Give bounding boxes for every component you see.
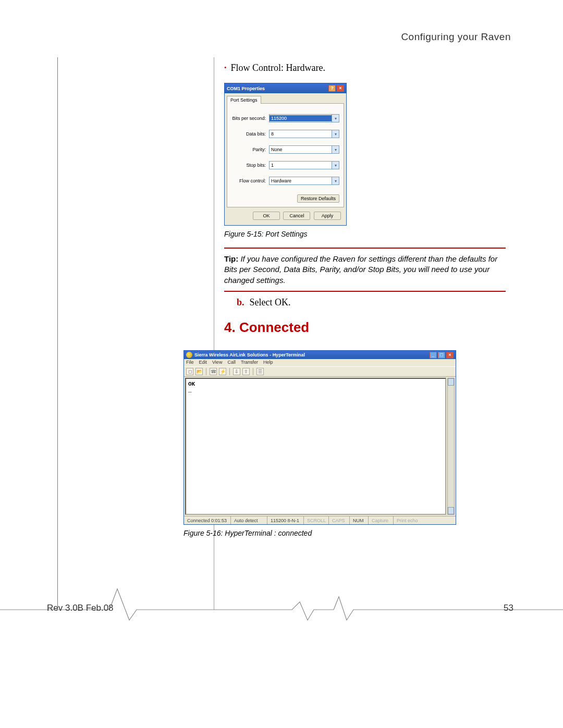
chevron-down-icon: ▾: [332, 162, 339, 169]
toolbar-separator: [253, 368, 253, 375]
stop-bits-label: Stop bits:: [231, 163, 269, 168]
apply-button[interactable]: Apply: [314, 212, 341, 220]
toolbar-separator: [206, 368, 206, 375]
status-scroll: SCROLL: [304, 516, 329, 524]
minimize-button[interactable]: _: [430, 352, 437, 359]
menu-call[interactable]: Call: [227, 360, 236, 366]
bullet-text: Flow Control: Hardware.: [231, 63, 325, 73]
step-text: Select OK.: [250, 297, 291, 307]
menu-file[interactable]: File: [186, 360, 194, 366]
section-4-heading: 4. Connected: [224, 319, 506, 336]
restore-defaults-button[interactable]: Restore Defaults: [297, 194, 339, 203]
scroll-down-icon[interactable]: [448, 507, 454, 514]
footer-revision: Rev 3.0B Feb.08: [47, 603, 114, 613]
status-print-echo: Print echo: [394, 516, 456, 524]
menu-view[interactable]: View: [212, 360, 222, 366]
status-auto-detect: Auto detect: [231, 516, 267, 524]
menu-edit[interactable]: Edit: [199, 360, 207, 366]
bits-per-second-select[interactable]: 115200 ▾: [269, 114, 339, 122]
dialog-titlebar: COM1 Properties ? ×: [225, 83, 346, 93]
port-settings-tab[interactable]: Port Settings: [227, 96, 261, 104]
open-icon[interactable]: 📂: [195, 368, 203, 375]
ecg-divider-icon: [0, 581, 563, 623]
hyperterminal-menubar: File Edit View Call Transfer Help: [184, 359, 456, 366]
scrollbar[interactable]: [447, 378, 455, 515]
step-b: b.Select OK.: [237, 297, 506, 308]
properties-icon[interactable]: ☰: [256, 368, 264, 375]
status-connected: Connected 0:01:53: [184, 516, 231, 524]
status-caps: CAPS: [329, 516, 350, 524]
close-button[interactable]: ×: [337, 85, 344, 92]
status-capture: Capture: [369, 516, 394, 524]
toolbar-separator: [229, 368, 230, 375]
receive-icon[interactable]: ⇧: [242, 368, 250, 375]
bits-per-second-label: Bits per second:: [231, 116, 269, 121]
terminal-output[interactable]: OK _: [185, 378, 446, 515]
com1-properties-dialog: COM1 Properties ? × Port Settings Bits p…: [224, 83, 347, 226]
chevron-down-icon: ▾: [332, 115, 339, 122]
terminal-cursor: _: [188, 387, 443, 393]
tip-label: Tip:: [224, 254, 238, 263]
figure-5-15-caption: Figure 5-15: Port Settings: [224, 230, 506, 238]
stop-bits-select[interactable]: 1 ▾: [269, 161, 339, 169]
data-bits-select[interactable]: 8 ▾: [269, 130, 339, 138]
footer-page-number: 53: [504, 603, 513, 613]
chevron-down-icon: ▾: [332, 130, 339, 138]
cancel-button[interactable]: Cancel: [283, 212, 310, 220]
menu-transfer[interactable]: Transfer: [241, 360, 258, 366]
close-button[interactable]: ×: [446, 352, 454, 359]
hyperterminal-icon: [186, 352, 192, 358]
figure-5-16-caption: Figure 5-16: HyperTerminal : connected: [183, 529, 312, 537]
maximize-button[interactable]: □: [438, 352, 445, 359]
menu-help[interactable]: Help: [263, 360, 273, 366]
hyperterminal-titlebar: Sierra Wireless AirLink Solutions - Hype…: [184, 351, 456, 359]
status-settings: 115200 8-N-1: [267, 516, 304, 524]
status-num: NUM: [350, 516, 369, 524]
hyperterminal-toolbar: ◻ 📂 ☎ ⚡ ⇩ ⇧ ☰: [184, 366, 456, 377]
parity-label: Parity:: [231, 147, 269, 152]
help-button[interactable]: ?: [328, 85, 336, 92]
margin-line-outer: [57, 57, 58, 610]
status-bar: Connected 0:01:53 Auto detect 115200 8-N…: [184, 516, 456, 524]
send-icon[interactable]: ⇩: [233, 368, 240, 375]
hyperterminal-window: Sierra Wireless AirLink Solutions - Hype…: [183, 350, 456, 525]
dialog-title: COM1 Properties: [227, 86, 265, 91]
ok-button[interactable]: OK: [253, 212, 280, 220]
new-icon[interactable]: ◻: [186, 368, 193, 375]
disconnect-icon[interactable]: ⚡: [219, 368, 226, 375]
margin-line-inner: [214, 57, 214, 610]
bullet-dot-icon: ·: [224, 63, 231, 73]
terminal-line: OK: [188, 381, 443, 387]
chevron-down-icon: ▾: [332, 177, 339, 184]
data-bits-label: Data bits:: [231, 131, 269, 137]
divider-red: [224, 291, 506, 292]
bullet-flow-control: ·Flow Control: Hardware.: [224, 63, 506, 73]
scroll-up-icon[interactable]: [448, 378, 454, 386]
step-letter: b.: [237, 297, 250, 307]
parity-select[interactable]: None ▾: [269, 145, 339, 154]
hyperterminal-title: Sierra Wireless AirLink Solutions - Hype…: [194, 352, 305, 357]
flow-control-select[interactable]: Hardware ▾: [269, 177, 339, 185]
flow-control-label: Flow control:: [231, 178, 269, 183]
call-icon[interactable]: ☎: [210, 368, 217, 375]
chevron-down-icon: ▾: [332, 146, 339, 153]
tip-text: If you have configured the Raven for set…: [224, 254, 497, 285]
page-header: Configuring your Raven: [401, 31, 511, 43]
divider-red: [224, 248, 506, 249]
tip-block: Tip: If you have configured the Raven fo…: [224, 254, 506, 286]
